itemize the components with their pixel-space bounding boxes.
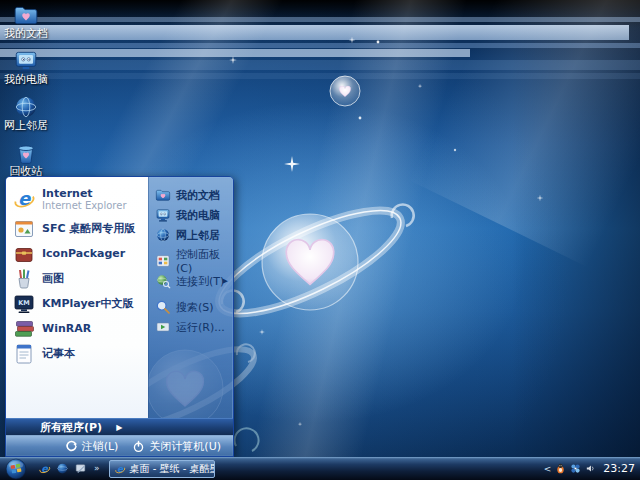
start-menu-item-subtitle: Internet Explorer [42,200,127,211]
task-button-label: 桌面 - 壁纸 - 桌酷壁... [130,462,215,476]
desktop-icon-label: 网上邻居 [4,120,48,132]
computer-icon [13,48,39,74]
shut-down-label: 关闭计算机(U) [149,439,221,454]
network-places-icon [155,227,171,243]
start-menu-item-label: 网上邻居 [176,228,220,243]
start-menu-item-label: 运行(R)... [176,320,225,335]
start-menu-item-connect-to[interactable]: 连接到(T) ▶ [152,271,231,291]
start-menu-columns: Internet Internet Explorer SFC 桌酷网专用版 Ic… [6,177,233,418]
start-menu-item-title: WinRAR [42,322,91,335]
kmplayer-icon [12,292,36,316]
tray-messenger-penguin-icon[interactable] [555,463,566,474]
start-menu-session-bar: 注销(L) 关闭计算机(U) [6,435,233,456]
control-panel-icon [155,253,171,269]
start-menu-item-label: 我的文档 [176,188,220,203]
start-menu-item-title: Internet [42,187,127,200]
start-menu-places-column: 我的文档 我的电脑 网上邻居 控制面板(C) 连接到(T) ▶ [148,177,233,418]
start-menu-item-winrar[interactable]: WinRAR [8,316,146,341]
log-off-button[interactable]: 注销(L) [65,439,119,454]
tray-collapse-chevron[interactable]: < [544,464,552,474]
start-menu-item-paint[interactable]: 画图 [8,266,146,291]
taskbar-task-button[interactable]: 桌面 - 壁纸 - 桌酷壁... [109,460,215,478]
start-menu-item-sfc[interactable]: SFC 桌酷网专用版 [8,216,146,241]
start-menu-item-title: IconPackager [42,247,125,260]
start-button[interactable] [5,458,27,480]
taskbar: » 桌面 - 壁纸 - 桌酷壁... < 23:27 [0,457,640,480]
start-menu-item-network-places[interactable]: 网上邻居 [152,225,231,245]
desktop-icon-my-documents[interactable]: 我的文档 [2,2,50,48]
screen: 我的文档 我的电脑 网上邻居 回收站 Internet [0,0,640,480]
all-programs-label: 所有程序(P) [40,420,102,435]
search-icon [155,299,171,315]
winrar-icon [12,317,36,341]
start-menu-pinned-column: Internet Internet Explorer SFC 桌酷网专用版 Ic… [6,177,148,418]
quick-launch-overflow-chevron[interactable]: » [92,464,100,473]
start-menu-item-title: 记事本 [42,346,75,361]
start-menu-item-kmplayer[interactable]: KMPlayer中文版 [8,291,146,316]
tray-pinwheel-icon[interactable] [570,463,581,474]
start-menu-item-notepad[interactable]: 记事本 [8,341,146,366]
start-menu-item-my-computer[interactable]: 我的电脑 [152,205,231,225]
internet-explorer-icon [114,463,126,475]
my-documents-icon [155,187,171,203]
desktop-icon-my-computer[interactable]: 我的电脑 [2,48,50,94]
start-menu-item-title: SFC 桌酷网专用版 [42,221,135,236]
all-programs-button[interactable]: 所有程序(P) ▶ [6,418,233,435]
start-menu-item-label: 搜索(S) [176,300,214,315]
start-menu: Internet Internet Explorer SFC 桌酷网专用版 Ic… [5,176,234,457]
paint-icon [12,267,36,291]
shut-down-button[interactable]: 关闭计算机(U) [132,439,221,454]
start-menu-item-label: 我的电脑 [176,208,220,223]
log-off-label: 注销(L) [82,439,119,454]
internet-explorer-icon [12,187,36,211]
tray-volume-icon[interactable] [585,463,596,474]
start-menu-item-internet[interactable]: Internet Internet Explorer [8,182,146,216]
my-computer-icon [155,207,171,223]
sfc-app-icon [12,217,36,241]
start-menu-item-title: 画图 [42,271,64,286]
desktop-icon-label: 我的电脑 [4,74,48,86]
quick-launch-bar: » [38,462,100,475]
start-menu-item-search[interactable]: 搜索(S) [152,297,231,317]
start-menu-item-run[interactable]: 运行(R)... [152,317,231,337]
quick-launch-internet-explorer-icon[interactable] [38,462,51,475]
connect-to-icon [155,273,171,289]
start-menu-item-label: 连接到(T) [176,274,224,289]
taskbar-clock[interactable]: 23:27 [603,462,635,475]
network-globe-icon [13,94,39,120]
desktop-icon-label: 我的文档 [4,28,48,40]
quick-launch-globe-icon[interactable] [56,462,69,475]
desktop-icon-column: 我的文档 我的电脑 网上邻居 回收站 [2,2,50,186]
system-tray: < 23:27 [544,462,640,475]
all-programs-arrow-icon: ▶ [116,423,122,432]
iconpackager-icon [12,242,36,266]
start-menu-item-iconpackager[interactable]: IconPackager [8,241,146,266]
recycle-bin-icon [13,140,39,166]
start-menu-item-control-panel[interactable]: 控制面板(C) [152,251,231,271]
power-icon [132,440,145,453]
submenu-arrow-icon: ▶ [223,277,228,285]
run-icon [155,319,171,335]
notepad-icon [12,342,36,366]
show-desktop-icon[interactable] [74,462,87,475]
desktop-icon-network-places[interactable]: 网上邻居 [2,94,50,140]
start-menu-item-my-documents[interactable]: 我的文档 [152,185,231,205]
start-menu-item-title: KMPlayer中文版 [42,296,133,311]
documents-folder-icon [13,2,39,28]
log-off-icon [65,440,78,453]
